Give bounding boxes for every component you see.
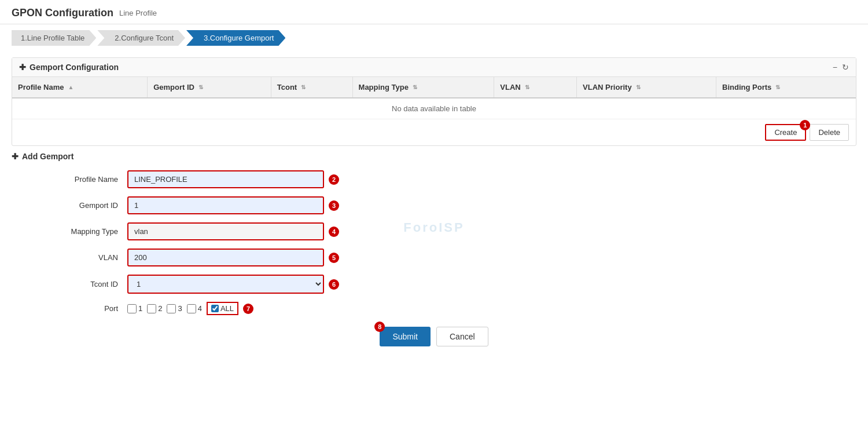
sort-icon-tcont: ⇅ <box>301 84 306 90</box>
port-label-2: 2 <box>158 304 162 313</box>
col-profile-name[interactable]: Profile Name ▲ <box>12 77 148 98</box>
port-label-3: 3 <box>178 304 182 313</box>
table-header-row: Profile Name ▲ Gemport ID ⇅ Tcont ⇅ <box>12 77 856 98</box>
add-gemport-section: ✚ Add Gemport Profile Name 2 Gemport ID … <box>12 152 856 346</box>
tcont-id-wrap: 1 2 3 4 6 <box>127 275 339 294</box>
tcont-id-label: Tcont ID <box>12 280 127 288</box>
port-item-1: 1 <box>127 304 142 313</box>
tcont-id-select[interactable]: 1 2 3 4 <box>127 275 324 294</box>
vlan-wrap: 5 <box>127 249 339 266</box>
step-2-label: 2.Configure Tcont <box>115 34 174 42</box>
port-item-4: 4 <box>187 304 202 313</box>
col-binding-ports[interactable]: Binding Ports ⇅ <box>716 77 856 98</box>
badge-2: 2 <box>329 174 339 185</box>
delete-button[interactable]: Delete <box>810 124 849 141</box>
gemport-id-input[interactable] <box>127 196 324 214</box>
col-tcont[interactable]: Tcont ⇅ <box>271 77 352 98</box>
submit-button[interactable]: 8 Submit <box>380 327 431 346</box>
col-vlan[interactable]: VLAN ⇅ <box>494 77 577 98</box>
profile-name-input[interactable] <box>127 170 324 188</box>
table-actions: Create 1 Delete <box>12 119 856 145</box>
no-data-cell: No data available in table <box>12 98 856 119</box>
gemport-id-label: Gemport ID <box>12 201 127 210</box>
add-pin-icon: ✚ <box>12 152 19 161</box>
port-group: 1 2 3 4 ALL 7 <box>127 302 253 315</box>
badge-3: 3 <box>329 200 339 211</box>
profile-name-row: Profile Name 2 <box>12 170 856 188</box>
gemport-config-title: ✚ Gemport Configuration <box>19 63 119 72</box>
badge-7: 7 <box>243 304 253 314</box>
port-item-2: 2 <box>147 304 162 313</box>
port-label-4: 4 <box>198 304 202 313</box>
badge-4: 4 <box>329 227 339 237</box>
sort-icon-gemport-id: ⇅ <box>198 84 203 90</box>
col-mapping-type[interactable]: Mapping Type ⇅ <box>352 77 494 98</box>
create-badge: 1 <box>800 120 810 130</box>
port-checkbox-all[interactable] <box>211 305 219 312</box>
port-checkbox-3[interactable] <box>167 304 176 313</box>
mapping-type-label: Mapping Type <box>12 227 127 236</box>
section-controls: − ↻ <box>833 63 849 72</box>
sort-icon-mapping-type: ⇅ <box>413 84 417 90</box>
port-label-all: ALL <box>220 304 234 313</box>
step-3-label: 3.Configure Gemport <box>204 34 274 42</box>
sort-icon-vlan: ⇅ <box>525 84 529 90</box>
create-button[interactable]: Create 1 <box>765 124 806 141</box>
pin-icon: ✚ <box>19 63 26 72</box>
badge-5: 5 <box>329 253 339 263</box>
port-checkbox-1[interactable] <box>127 304 137 313</box>
refresh-button[interactable]: ↻ <box>842 63 849 72</box>
gemport-table: Profile Name ▲ Gemport ID ⇅ Tcont ⇅ <box>12 77 856 119</box>
gemport-config-header: ✚ Gemport Configuration − ↻ <box>12 58 856 77</box>
vlan-input[interactable] <box>127 249 324 266</box>
minimize-button[interactable]: − <box>833 63 837 72</box>
vlan-row: VLAN 5 <box>12 249 856 266</box>
sort-icon-profile-name: ▲ <box>68 84 73 90</box>
col-vlan-priority[interactable]: VLAN Priority ⇅ <box>577 77 716 98</box>
sort-icon-vlan-priority: ⇅ <box>636 84 641 90</box>
page-title: GPON Configuration <box>12 7 113 19</box>
port-checkbox-4[interactable] <box>187 304 196 313</box>
col-gemport-id[interactable]: Gemport ID ⇅ <box>148 77 271 98</box>
mapping-type-row: Mapping Type 4 <box>12 222 856 240</box>
port-checkbox-2[interactable] <box>147 304 156 313</box>
step-1[interactable]: 1.Line Profile Table <box>12 30 96 46</box>
page-subtitle: Line Profile <box>119 9 157 17</box>
port-label: Port <box>12 304 127 313</box>
page-header: GPON Configuration Line Profile <box>0 0 868 24</box>
mapping-type-wrap: 4 <box>127 222 339 240</box>
port-wrap: 1 2 3 4 ALL 7 <box>127 302 253 315</box>
mapping-type-input[interactable] <box>127 222 324 240</box>
tcont-id-row: Tcont ID 1 2 3 4 6 <box>12 275 856 294</box>
port-row: Port 1 2 3 4 <box>12 302 856 315</box>
sort-icon-binding-ports: ⇅ <box>775 84 780 90</box>
form-buttons: 8 Submit Cancel <box>12 327 856 346</box>
table-no-data-row: No data available in table <box>12 98 856 119</box>
badge-6: 6 <box>329 279 339 290</box>
cancel-button[interactable]: Cancel <box>436 327 488 346</box>
profile-name-label: Profile Name <box>12 175 127 184</box>
port-item-3: 3 <box>167 304 182 313</box>
port-label-1: 1 <box>138 304 142 313</box>
add-gemport-title: ✚ Add Gemport <box>12 152 856 161</box>
badge-8: 8 <box>374 322 385 332</box>
step-1-label: 1.Line Profile Table <box>21 34 84 42</box>
gemport-config-section: ✚ Gemport Configuration − ↻ Profile Name… <box>12 57 856 146</box>
gemport-id-wrap: 3 <box>127 196 339 214</box>
steps-bar: 1.Line Profile Table 2.Configure Tcont 3… <box>0 24 868 52</box>
port-all-wrap: ALL <box>207 302 238 315</box>
vlan-label: VLAN <box>12 253 127 262</box>
step-3[interactable]: 3.Configure Gemport <box>186 30 285 46</box>
gemport-id-row: Gemport ID 3 <box>12 196 856 214</box>
profile-name-wrap: 2 <box>127 170 339 188</box>
step-2[interactable]: 2.Configure Tcont <box>97 30 185 46</box>
